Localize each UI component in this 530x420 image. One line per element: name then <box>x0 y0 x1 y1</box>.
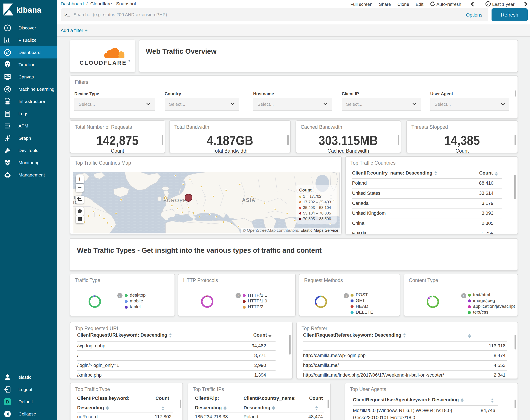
svg-text:®: ® <box>129 60 130 62</box>
svg-text:CLOUDFLARE: CLOUDFLARE <box>79 60 127 66</box>
svg-text:ASIA: ASIA <box>242 197 256 203</box>
svg-text:D: D <box>6 399 9 404</box>
